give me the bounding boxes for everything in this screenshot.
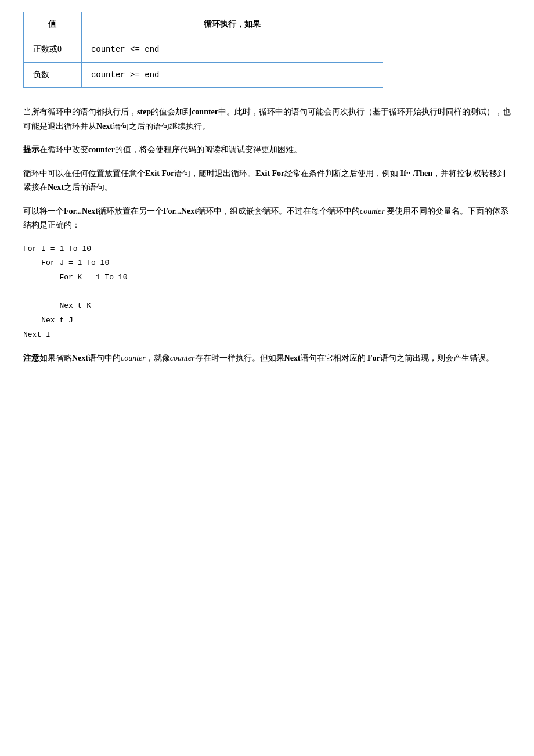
row2-condition: counter >= end bbox=[81, 62, 383, 87]
code-block: For I = 1 To 10 For J = 1 To 10 For K = … bbox=[23, 242, 511, 343]
tip-paragraph: 提示在循环中改变counter的值，将会使程序代码的阅读和调试变得更加困难。 bbox=[23, 143, 511, 157]
table-row: 负数 counter >= end bbox=[24, 62, 383, 87]
tip-label: 提示 bbox=[23, 145, 39, 154]
p4-text: 如果省略Next语句中的counter，就像counter存在时一样执行。但如果… bbox=[39, 354, 494, 362]
p3-text: 可以将一个For...Next循环放置在另一个For...Next循环中，组成嵌… bbox=[23, 207, 508, 230]
paragraph-2: 循环中可以在任何位置放置任意个Exit For语句，随时退出循环。Exit Fo… bbox=[23, 167, 511, 195]
table-container: 值 循环执行，如果 正数或0 counter <= end 负数 counter… bbox=[23, 12, 511, 88]
row1-condition: counter <= end bbox=[81, 37, 383, 62]
table-row: 正数或0 counter <= end bbox=[24, 37, 383, 62]
header-value: 值 bbox=[24, 12, 82, 37]
paragraph-3: 可以将一个For...Next循环放置在另一个For...Next循环中，组成嵌… bbox=[23, 204, 511, 233]
header-condition: 循环执行，如果 bbox=[81, 12, 383, 37]
content-area: 值 循环执行，如果 正数或0 counter <= end 负数 counter… bbox=[23, 12, 511, 366]
tip-text: 在循环中改变counter的值，将会使程序代码的阅读和调试变得更加困难。 bbox=[39, 145, 302, 154]
row1-value: 正数或0 bbox=[24, 37, 82, 62]
p1-text: 当所有循环中的语句都执行后，step的值会加到counter中。此时，循环中的语… bbox=[23, 107, 511, 131]
note-label: 注意 bbox=[23, 354, 39, 362]
paragraph-4: 注意如果省略Next语句中的counter，就像counter存在时一样执行。但… bbox=[23, 351, 511, 366]
paragraph-1: 当所有循环中的语句都执行后，step的值会加到counter中。此时，循环中的语… bbox=[23, 105, 511, 134]
table-header-row: 值 循环执行，如果 bbox=[24, 12, 383, 37]
loop-condition-table: 值 循环执行，如果 正数或0 counter <= end 负数 counter… bbox=[23, 12, 383, 88]
p2-text: 循环中可以在任何位置放置任意个Exit For语句，随时退出循环。Exit Fo… bbox=[23, 169, 506, 192]
row2-value: 负数 bbox=[24, 62, 82, 87]
